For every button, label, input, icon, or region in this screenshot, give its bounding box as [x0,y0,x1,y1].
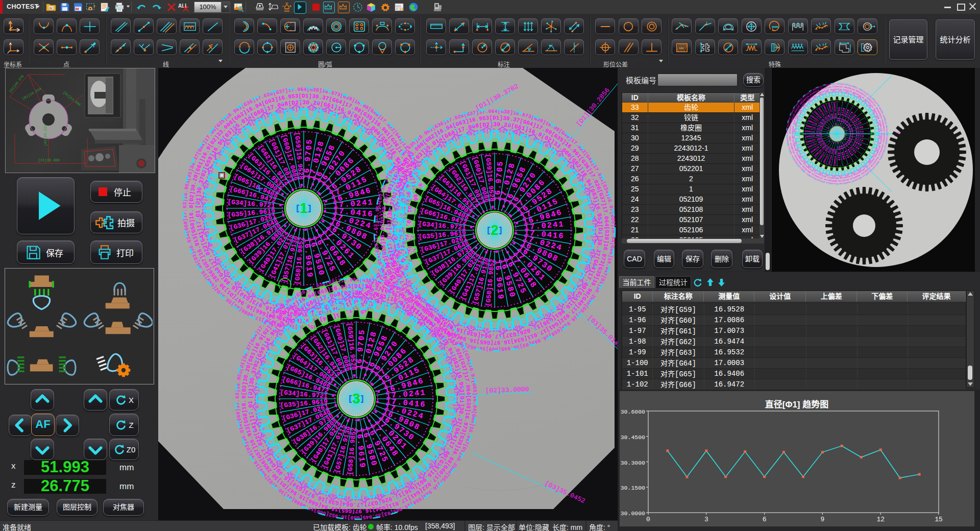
svg-text:12: 12 [876,516,885,523]
svg-text:30.0000: 30.0000 [621,510,645,517]
svg-text:[A2]18.213: [A2]18.213 [43,125,47,146]
svg-text:2: 2 [491,222,499,238]
svg-text:[02]33.0000: [02]33.0000 [485,385,529,395]
svg-text:θ: θ [529,46,531,50]
svg-text:6: 6 [763,516,767,523]
svg-text:0: 0 [646,516,650,523]
svg-text:30.1500: 30.1500 [621,485,645,491]
svg-text:[X1]36.986: [X1]36.986 [38,158,60,162]
svg-text:3: 3 [704,516,708,523]
svg-text:30.3000: 30.3000 [621,460,645,466]
svg-text:9: 9 [820,516,824,523]
svg-text:1: 1 [300,200,308,216]
svg-text:10: 10 [396,7,399,10]
svg-text:IM: IM [76,7,79,11]
svg-text:mm: mm [771,24,778,29]
svg-text:mm: mm [679,46,684,49]
svg-text:11: 11 [399,7,404,11]
svg-text:IM: IM [49,7,53,10]
svg-text:30.4500: 30.4500 [621,434,645,441]
svg-text:3: 3 [352,391,360,406]
svg-text:30.6000: 30.6000 [621,408,645,415]
svg-text:直径[Φ1] 趋势图: 直径[Φ1] 趋势图 [765,399,828,409]
svg-text:15: 15 [935,516,943,523]
